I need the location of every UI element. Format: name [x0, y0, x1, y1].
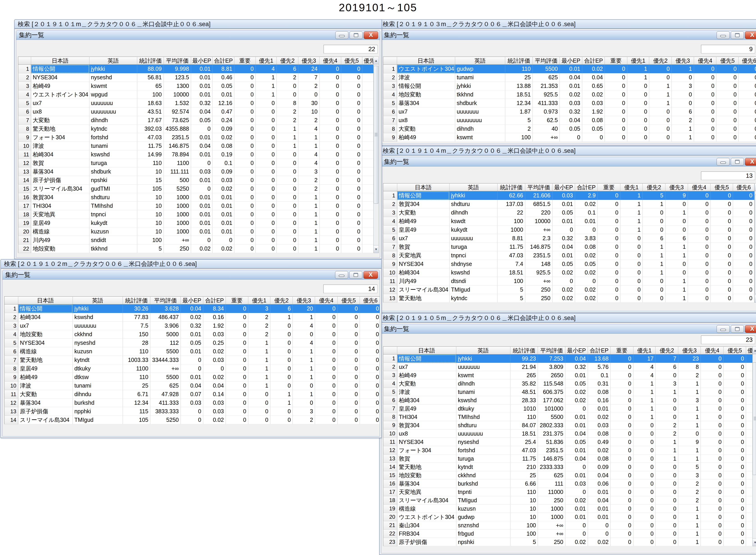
cell[interactable]: fortshd [456, 446, 510, 455]
cell[interactable]: 0 [688, 277, 711, 286]
row-number[interactable]: 2 [18, 73, 31, 82]
cell[interactable]: snznshd [456, 521, 510, 529]
cell[interactable]: 0 [723, 371, 746, 380]
cell[interactable]: 21.606 [525, 191, 552, 200]
row-number[interactable]: 16 [383, 479, 397, 488]
cell[interactable]: 1 [248, 382, 270, 390]
cell[interactable]: 146.875 [538, 455, 565, 463]
cell[interactable]: 17 [633, 354, 656, 363]
cell[interactable]: 0 [341, 245, 362, 253]
cell[interactable]: 10 [137, 227, 164, 236]
cell[interactable]: burkshd [456, 479, 510, 488]
cell[interactable]: 8.81 [212, 65, 234, 73]
cell[interactable]: 0 [688, 268, 711, 277]
cell[interactable]: 10 [510, 513, 538, 521]
cell[interactable]: 111 [538, 479, 565, 488]
cell[interactable]: 0 [716, 133, 739, 142]
cell[interactable]: 0.02 [203, 373, 226, 382]
cell[interactable]: 0.02 [203, 347, 226, 356]
cell[interactable]: 0.04 [565, 354, 588, 363]
cell[interactable]: 28.33 [510, 396, 538, 404]
column-header-2[interactable]: 英語 [89, 57, 137, 65]
cell[interactable]: tunami [73, 382, 123, 390]
cell[interactable]: 2 [298, 176, 319, 184]
cell[interactable]: 0 [627, 82, 649, 90]
cell[interactable]: 0 [315, 339, 338, 347]
cell[interactable]: 津波 [397, 73, 455, 82]
cell[interactable]: 0.02 [575, 251, 598, 260]
cell[interactable]: 0 [672, 90, 694, 99]
cell[interactable]: 8 [678, 363, 701, 371]
cell[interactable]: 1 [656, 438, 678, 446]
cell[interactable]: 0 [256, 227, 277, 236]
cell[interactable]: 川内49 [31, 236, 89, 245]
cell[interactable]: 0 [733, 191, 754, 200]
cell[interactable]: 14.99 [137, 150, 164, 159]
cell[interactable]: dtksw [73, 373, 123, 382]
cell[interactable]: 0 [611, 488, 633, 496]
cell[interactable]: 0 [277, 176, 298, 184]
cell[interactable]: 0.03 [203, 399, 226, 407]
cell[interactable]: 11.75 [497, 243, 525, 251]
cell[interactable]: 0.01 [212, 227, 234, 236]
cell[interactable]: 0 [656, 479, 678, 488]
cell[interactable]: kytndt [73, 356, 123, 365]
cell[interactable]: 47.928 [150, 390, 181, 399]
cell[interactable]: 0.01 [191, 227, 212, 236]
cell[interactable]: 0.05 [552, 208, 575, 217]
cell[interactable]: 1 [298, 133, 319, 142]
cell[interactable]: 100 [137, 90, 164, 99]
cell[interactable]: shdturu [449, 200, 497, 208]
column-header-4[interactable]: 平均評価 [150, 297, 181, 304]
cell[interactable]: 73.625 [164, 116, 191, 125]
cell[interactable]: 0 [341, 73, 362, 82]
cell[interactable]: 1 [678, 380, 701, 388]
cell[interactable]: 137.03 [497, 200, 525, 208]
cell[interactable]: 柏崎49 [397, 371, 456, 380]
cell[interactable]: 0 [341, 236, 362, 245]
cell[interactable]: 177.062 [538, 396, 565, 404]
cell[interactable]: 2.9 [575, 191, 598, 200]
column-header-6[interactable]: 合計EP [203, 297, 226, 304]
cell[interactable]: 川内49 [397, 277, 449, 286]
row-number[interactable]: 3 [383, 208, 397, 217]
cell[interactable]: 1 [620, 208, 643, 217]
cell[interactable]: 0 [733, 277, 754, 286]
cell[interactable]: 0 [649, 108, 672, 116]
row-number[interactable]: 11 [383, 438, 397, 446]
cell[interactable]: 0.02 [575, 294, 598, 303]
cell[interactable]: 0 [723, 421, 746, 429]
cell[interactable]: 0.32 [565, 363, 588, 371]
cell[interactable]: 0 [611, 371, 633, 380]
cell[interactable]: 0.03 [565, 479, 588, 488]
cell[interactable]: 0 [739, 99, 756, 108]
cell[interactable]: 0 [360, 313, 380, 322]
cell[interactable]: shdburk [455, 99, 505, 108]
cell[interactable]: 0 [226, 330, 248, 339]
cell[interactable]: 1 [642, 251, 665, 260]
row-number[interactable]: 4 [383, 217, 397, 225]
cell[interactable]: 0.01 [560, 82, 582, 90]
row-number[interactable]: 4 [383, 90, 397, 99]
row-number[interactable]: 13 [383, 294, 397, 303]
cell[interactable]: 0.03 [588, 421, 611, 429]
row-number[interactable]: 22 [383, 529, 397, 538]
cell[interactable]: 1 [649, 82, 672, 90]
cell[interactable]: 0.19 [212, 150, 234, 159]
cell[interactable]: 0 [320, 245, 341, 253]
cell[interactable]: 0 [226, 339, 248, 347]
row-number[interactable]: 2 [4, 313, 18, 322]
cell[interactable]: 6851.5 [525, 200, 552, 208]
cell[interactable]: 0.04 [191, 142, 212, 150]
cell[interactable]: 0 [739, 65, 756, 73]
cell[interactable]: 0 [565, 521, 588, 529]
cell[interactable]: 10000 [525, 217, 552, 225]
cell[interactable]: 0 [688, 208, 711, 217]
row-number[interactable]: 13 [383, 455, 397, 463]
cell[interactable]: 0 [293, 399, 315, 407]
cell[interactable]: 1 [678, 505, 701, 513]
column-header-3[interactable]: 統計評価 [505, 57, 533, 65]
column-header-8[interactable]: 優先1 [248, 297, 270, 304]
cell[interactable]: 0.07 [181, 390, 203, 399]
cell[interactable]: 0 [656, 505, 678, 513]
